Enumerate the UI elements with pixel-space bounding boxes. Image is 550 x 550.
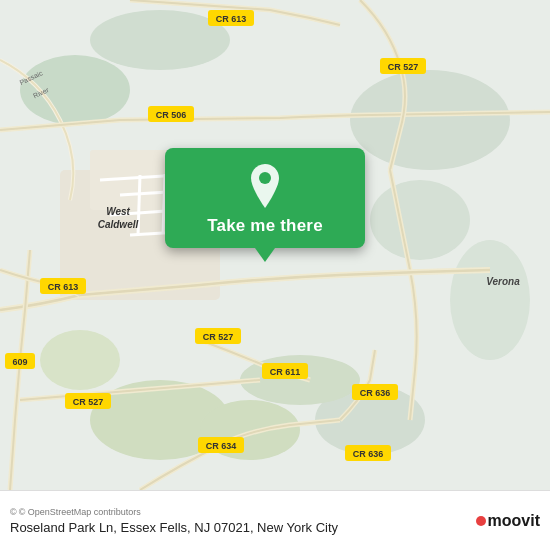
svg-point-6 bbox=[350, 70, 510, 170]
bottom-bar: © © OpenStreetMap contributors Roseland … bbox=[0, 490, 550, 550]
moovit-logo: moovit bbox=[476, 512, 540, 530]
svg-text:CR 527: CR 527 bbox=[388, 62, 419, 72]
bottom-content: © © OpenStreetMap contributors Roseland … bbox=[10, 507, 468, 535]
svg-point-7 bbox=[450, 240, 530, 360]
svg-text:CR 527: CR 527 bbox=[73, 397, 104, 407]
take-me-there-popup[interactable]: Take me there bbox=[165, 148, 365, 248]
svg-point-11 bbox=[40, 330, 120, 390]
svg-text:CR 611: CR 611 bbox=[270, 367, 301, 377]
svg-text:Verona: Verona bbox=[486, 276, 520, 287]
svg-text:CR 506: CR 506 bbox=[156, 110, 187, 120]
svg-text:CR 613: CR 613 bbox=[216, 14, 247, 24]
map-container: CR 613 CR 527 CR 506 CR 613 CR 527 CR 61… bbox=[0, 0, 550, 490]
svg-text:CR 613: CR 613 bbox=[48, 282, 79, 292]
address-text: Roseland Park Ln, Essex Fells, NJ 07021,… bbox=[10, 520, 468, 535]
svg-text:CR 634: CR 634 bbox=[206, 441, 237, 451]
take-me-there-label: Take me there bbox=[207, 216, 323, 236]
svg-text:609: 609 bbox=[12, 357, 27, 367]
svg-text:CR 636: CR 636 bbox=[353, 449, 384, 459]
location-pin-icon bbox=[247, 164, 283, 208]
svg-text:West: West bbox=[106, 206, 130, 217]
svg-text:CR 527: CR 527 bbox=[203, 332, 234, 342]
svg-point-43 bbox=[259, 172, 271, 184]
svg-text:Caldwell: Caldwell bbox=[98, 219, 139, 230]
svg-point-12 bbox=[370, 180, 470, 260]
svg-text:CR 636: CR 636 bbox=[360, 388, 391, 398]
copyright-symbol: © bbox=[10, 507, 17, 517]
moovit-dot-icon bbox=[476, 516, 486, 526]
copyright-row: © © OpenStreetMap contributors bbox=[10, 507, 468, 517]
copyright-text: © OpenStreetMap contributors bbox=[19, 507, 141, 517]
moovit-text: moovit bbox=[488, 512, 540, 530]
